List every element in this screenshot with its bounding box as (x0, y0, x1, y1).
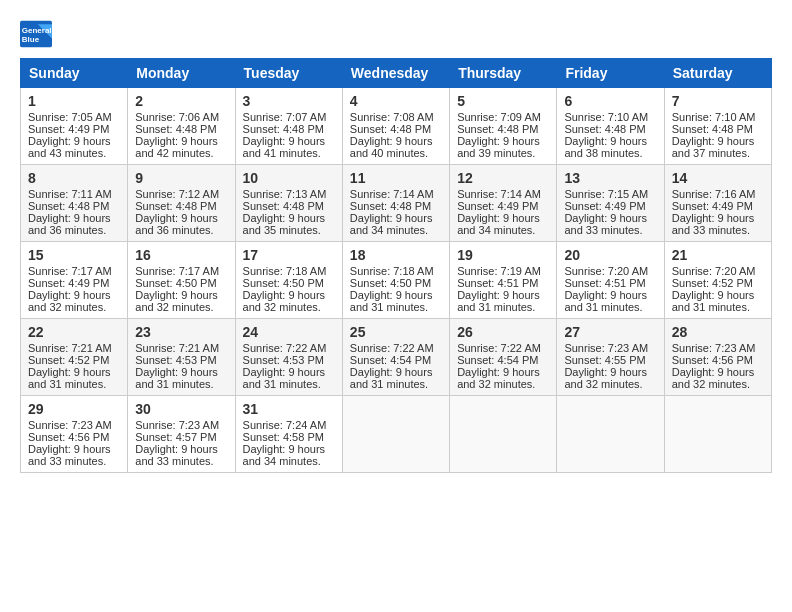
day-number: 6 (564, 93, 656, 109)
daylight-text: Daylight: 9 hours and 34 minutes. (350, 212, 442, 236)
calendar-cell: 30Sunrise: 7:23 AMSunset: 4:57 PMDayligh… (128, 396, 235, 473)
day-number: 10 (243, 170, 335, 186)
sunrise-text: Sunrise: 7:15 AM (564, 188, 656, 200)
day-header-friday: Friday (557, 59, 664, 88)
sunset-text: Sunset: 4:48 PM (564, 123, 656, 135)
sunrise-text: Sunrise: 7:24 AM (243, 419, 335, 431)
sunrise-text: Sunrise: 7:23 AM (564, 342, 656, 354)
logo-icon: General Blue (20, 20, 52, 48)
sunset-text: Sunset: 4:48 PM (350, 200, 442, 212)
day-header-tuesday: Tuesday (235, 59, 342, 88)
daylight-text: Daylight: 9 hours and 32 minutes. (135, 289, 227, 313)
sunset-text: Sunset: 4:49 PM (564, 200, 656, 212)
calendar-cell: 11Sunrise: 7:14 AMSunset: 4:48 PMDayligh… (342, 165, 449, 242)
calendar-table: SundayMondayTuesdayWednesdayThursdayFrid… (20, 58, 772, 473)
day-number: 9 (135, 170, 227, 186)
day-number: 8 (28, 170, 120, 186)
sunrise-text: Sunrise: 7:14 AM (457, 188, 549, 200)
day-number: 26 (457, 324, 549, 340)
day-number: 21 (672, 247, 764, 263)
sunrise-text: Sunrise: 7:19 AM (457, 265, 549, 277)
calendar-cell: 15Sunrise: 7:17 AMSunset: 4:49 PMDayligh… (21, 242, 128, 319)
daylight-text: Daylight: 9 hours and 39 minutes. (457, 135, 549, 159)
daylight-text: Daylight: 9 hours and 43 minutes. (28, 135, 120, 159)
day-number: 15 (28, 247, 120, 263)
sunrise-text: Sunrise: 7:23 AM (672, 342, 764, 354)
calendar-cell: 19Sunrise: 7:19 AMSunset: 4:51 PMDayligh… (450, 242, 557, 319)
sunrise-text: Sunrise: 7:06 AM (135, 111, 227, 123)
calendar-cell: 23Sunrise: 7:21 AMSunset: 4:53 PMDayligh… (128, 319, 235, 396)
sunrise-text: Sunrise: 7:22 AM (350, 342, 442, 354)
calendar-cell: 5Sunrise: 7:09 AMSunset: 4:48 PMDaylight… (450, 88, 557, 165)
calendar-cell: 2Sunrise: 7:06 AMSunset: 4:48 PMDaylight… (128, 88, 235, 165)
calendar-cell: 14Sunrise: 7:16 AMSunset: 4:49 PMDayligh… (664, 165, 771, 242)
calendar-cell: 4Sunrise: 7:08 AMSunset: 4:48 PMDaylight… (342, 88, 449, 165)
sunset-text: Sunset: 4:51 PM (457, 277, 549, 289)
calendar-cell: 18Sunrise: 7:18 AMSunset: 4:50 PMDayligh… (342, 242, 449, 319)
daylight-text: Daylight: 9 hours and 34 minutes. (243, 443, 335, 467)
sunset-text: Sunset: 4:53 PM (243, 354, 335, 366)
day-number: 23 (135, 324, 227, 340)
sunrise-text: Sunrise: 7:20 AM (564, 265, 656, 277)
logo: General Blue (20, 20, 52, 48)
sunrise-text: Sunrise: 7:08 AM (350, 111, 442, 123)
calendar-cell: 28Sunrise: 7:23 AMSunset: 4:56 PMDayligh… (664, 319, 771, 396)
calendar-cell: 7Sunrise: 7:10 AMSunset: 4:48 PMDaylight… (664, 88, 771, 165)
day-number: 7 (672, 93, 764, 109)
day-number: 18 (350, 247, 442, 263)
sunrise-text: Sunrise: 7:11 AM (28, 188, 120, 200)
daylight-text: Daylight: 9 hours and 35 minutes. (243, 212, 335, 236)
daylight-text: Daylight: 9 hours and 32 minutes. (457, 366, 549, 390)
calendar-cell: 25Sunrise: 7:22 AMSunset: 4:54 PMDayligh… (342, 319, 449, 396)
daylight-text: Daylight: 9 hours and 40 minutes. (350, 135, 442, 159)
sunset-text: Sunset: 4:56 PM (672, 354, 764, 366)
sunset-text: Sunset: 4:48 PM (457, 123, 549, 135)
day-number: 13 (564, 170, 656, 186)
daylight-text: Daylight: 9 hours and 38 minutes. (564, 135, 656, 159)
calendar-cell: 22Sunrise: 7:21 AMSunset: 4:52 PMDayligh… (21, 319, 128, 396)
sunrise-text: Sunrise: 7:05 AM (28, 111, 120, 123)
sunrise-text: Sunrise: 7:09 AM (457, 111, 549, 123)
calendar-cell: 6Sunrise: 7:10 AMSunset: 4:48 PMDaylight… (557, 88, 664, 165)
calendar-cell: 24Sunrise: 7:22 AMSunset: 4:53 PMDayligh… (235, 319, 342, 396)
sunset-text: Sunset: 4:54 PM (350, 354, 442, 366)
calendar-cell: 8Sunrise: 7:11 AMSunset: 4:48 PMDaylight… (21, 165, 128, 242)
sunset-text: Sunset: 4:48 PM (28, 200, 120, 212)
calendar-cell: 16Sunrise: 7:17 AMSunset: 4:50 PMDayligh… (128, 242, 235, 319)
sunrise-text: Sunrise: 7:17 AM (28, 265, 120, 277)
sunrise-text: Sunrise: 7:07 AM (243, 111, 335, 123)
daylight-text: Daylight: 9 hours and 36 minutes. (135, 212, 227, 236)
sunset-text: Sunset: 4:50 PM (243, 277, 335, 289)
sunset-text: Sunset: 4:57 PM (135, 431, 227, 443)
daylight-text: Daylight: 9 hours and 37 minutes. (672, 135, 764, 159)
day-number: 30 (135, 401, 227, 417)
daylight-text: Daylight: 9 hours and 32 minutes. (243, 289, 335, 313)
day-number: 1 (28, 93, 120, 109)
calendar-week-1: 1Sunrise: 7:05 AMSunset: 4:49 PMDaylight… (21, 88, 772, 165)
day-header-monday: Monday (128, 59, 235, 88)
sunset-text: Sunset: 4:49 PM (672, 200, 764, 212)
calendar-week-4: 22Sunrise: 7:21 AMSunset: 4:52 PMDayligh… (21, 319, 772, 396)
sunrise-text: Sunrise: 7:21 AM (135, 342, 227, 354)
day-number: 5 (457, 93, 549, 109)
sunset-text: Sunset: 4:50 PM (350, 277, 442, 289)
sunset-text: Sunset: 4:49 PM (28, 123, 120, 135)
calendar-cell: 20Sunrise: 7:20 AMSunset: 4:51 PMDayligh… (557, 242, 664, 319)
calendar-cell: 27Sunrise: 7:23 AMSunset: 4:55 PMDayligh… (557, 319, 664, 396)
svg-text:Blue: Blue (22, 35, 40, 44)
daylight-text: Daylight: 9 hours and 34 minutes. (457, 212, 549, 236)
sunrise-text: Sunrise: 7:18 AM (243, 265, 335, 277)
day-number: 29 (28, 401, 120, 417)
calendar-cell: 29Sunrise: 7:23 AMSunset: 4:56 PMDayligh… (21, 396, 128, 473)
sunset-text: Sunset: 4:49 PM (457, 200, 549, 212)
sunrise-text: Sunrise: 7:10 AM (672, 111, 764, 123)
sunrise-text: Sunrise: 7:22 AM (457, 342, 549, 354)
day-number: 12 (457, 170, 549, 186)
sunset-text: Sunset: 4:49 PM (28, 277, 120, 289)
day-number: 17 (243, 247, 335, 263)
sunset-text: Sunset: 4:48 PM (350, 123, 442, 135)
day-number: 3 (243, 93, 335, 109)
calendar-cell: 21Sunrise: 7:20 AMSunset: 4:52 PMDayligh… (664, 242, 771, 319)
sunrise-text: Sunrise: 7:21 AM (28, 342, 120, 354)
sunset-text: Sunset: 4:52 PM (672, 277, 764, 289)
